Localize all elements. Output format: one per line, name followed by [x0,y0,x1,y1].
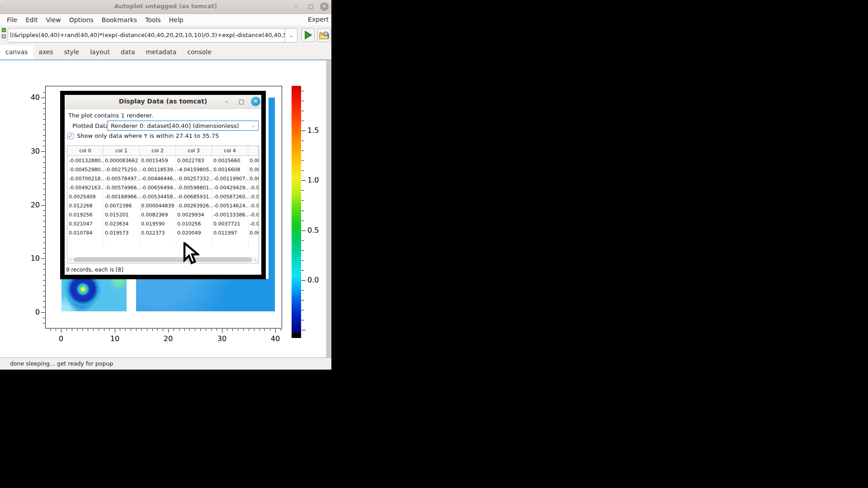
window-titlebar[interactable]: Autoplot untagged (as tomcat) – □ ✕ [0,0,331,14]
table-cell[interactable]: -0.00578497... [104,174,140,183]
menu-options[interactable]: Options [65,16,98,23]
table-cell[interactable]: 0.010784 [67,229,104,238]
dialog-minimize-button[interactable]: – [222,98,231,106]
table-cell[interactable]: 0.00 [248,156,259,165]
column-header[interactable]: col 3 [176,146,212,155]
tab-axes[interactable]: axes [33,45,58,59]
table-cell[interactable]: 0.019256 [67,211,104,220]
plot-go-button[interactable] [301,28,315,42]
menu-file[interactable]: File [3,16,21,23]
table-cell[interactable]: -0.00574966... [104,183,140,192]
table-cell[interactable]: 0.012268 [67,202,104,211]
table-cell[interactable]: 0.0037721 [212,220,248,229]
dialog-titlebar[interactable]: Display Data (as tomcat) – □ ✕ [65,95,261,109]
table-cell[interactable]: -0.00119907... [212,174,248,183]
table-cell[interactable]: 0.0029934 [176,211,212,220]
table-cell[interactable]: -0.00685931... [176,192,212,202]
axis-tick [120,329,120,331]
menu-bookmarks[interactable]: Bookmarks [98,16,141,23]
plotted-data-select[interactable]: Renderer 0: dataset[40,40] (dimensionles… [107,121,259,131]
uri-address-input[interactable]: l)&ripples(40,40)+rand(40,40)*(exp(-dist… [8,28,297,42]
table-cell[interactable]: 0.0022783 [176,156,212,165]
table-cell[interactable]: -0.00446446... [140,174,176,183]
table-cell[interactable]: -4.04159805... [176,165,212,174]
table-cell[interactable]: -0.00257332... [176,174,212,183]
table-cell[interactable]: 0.00 [248,229,259,238]
expert-mode-label[interactable]: Expert [308,16,329,23]
table-cell[interactable]: 0.010256 [176,220,212,229]
table-cell[interactable]: 0.011997 [212,229,248,238]
scrollbar-thumb[interactable] [74,258,252,262]
axis-tick [82,329,83,331]
table-cell[interactable]: 0.019573 [104,229,140,238]
table-cell[interactable]: 0.0072386 [104,202,140,211]
table-cell[interactable]: -0.00492163... [67,183,104,192]
dialog-maximize-button[interactable]: □ [237,98,246,106]
table-cell[interactable]: -0.0 [248,220,259,229]
table-cell[interactable]: -0.00587260... [212,192,248,202]
table-cell[interactable]: 0.019590 [140,220,176,229]
tab-metadata[interactable]: metadata [140,45,182,59]
table-cell[interactable]: 0.022373 [140,229,176,238]
tab-canvas[interactable]: canvas [0,45,33,59]
filter-checkbox[interactable]: ✓ [67,133,74,139]
plotted-data-value: Renderer 0: dataset[40,40] (dimensionles… [111,122,239,129]
tab-style[interactable]: style [59,45,85,59]
tab-data[interactable]: data [115,45,141,59]
table-cell[interactable]: 0.020049 [176,229,212,238]
column-header[interactable]: col 2 [140,146,176,155]
plot-canvas[interactable]: 0102030400102030400.00.51.01.5 Display D… [0,61,331,357]
table-cell[interactable]: 0.00 [248,165,259,174]
window-maximize-button[interactable]: □ [307,2,315,11]
table-cell[interactable]: -0.00534458... [140,192,176,202]
menu-edit[interactable]: Edit [21,16,42,23]
data-table[interactable]: ‹ › col 0col 1col 2col 3col 4-0.00132880… [67,145,259,263]
table-cell[interactable]: 0.0025409 [67,192,104,202]
table-cell[interactable]: 0.015201 [104,211,140,220]
table-cell[interactable]: 0.00 [248,174,259,183]
table-cell[interactable]: -0.00118539... [140,165,176,174]
window-minimize-button[interactable]: – [292,2,300,11]
canvas-scrollbar[interactable] [326,61,331,357]
table-cell[interactable]: -0.00263926... [176,202,212,211]
table-cell[interactable]: 0.000044839 [140,202,176,211]
table-cell[interactable]: -0.00275250... [104,165,140,174]
dialog-close-button[interactable]: ✕ [251,97,260,106]
tab-layout[interactable]: layout [85,45,115,59]
column-header[interactable]: col 4 [212,146,248,155]
column-header[interactable]: col 0 [67,146,104,155]
open-file-button[interactable] [317,28,331,42]
table-cell[interactable]: -0.00514624... [212,202,248,211]
column-header[interactable]: col 1 [104,146,140,155]
chevron-down-icon[interactable]: ⌄ [285,28,297,42]
scroll-left-icon[interactable]: ‹ [68,257,73,263]
table-cell[interactable]: 0.000083662 [104,156,140,165]
table-cell[interactable]: -0.0 [248,211,259,220]
axis-tick-label: 40 [22,93,40,102]
table-cell[interactable]: -0.0 [248,192,259,202]
column-header[interactable] [248,146,259,155]
menu-tools[interactable]: Tools [141,16,165,23]
table-cell[interactable]: -0.00132880... [67,156,104,165]
table-cell[interactable]: -0.00656494... [140,183,176,192]
table-cell[interactable]: 0.021047 [67,220,104,229]
table-cell[interactable]: -0.00133386... [212,211,248,220]
table-cell[interactable]: -0.00598801... [176,183,212,192]
table-cell[interactable]: 0.0082369 [140,211,176,220]
table-cell[interactable]: -0.00452980... [67,165,104,174]
table-cell[interactable]: -0.0 [248,183,259,192]
table-cell[interactable]: -0.0 [248,202,259,211]
window-close-button[interactable]: ✕ [320,2,329,11]
menu-help[interactable]: Help [165,16,188,23]
table-cell[interactable]: -0.00429429... [212,183,248,192]
tab-console[interactable]: console [182,45,217,59]
table-cell[interactable]: 0.0015459 [140,156,176,165]
table-cell[interactable]: -0.00700218... [67,174,104,183]
horizontal-scrollbar[interactable]: ‹ › [68,257,258,263]
scroll-right-icon[interactable]: › [253,257,258,263]
table-cell[interactable]: 0.0025660 [212,156,248,165]
table-cell[interactable]: 0.0016608 [212,165,248,174]
table-cell[interactable]: 0.023634 [104,220,140,229]
table-cell[interactable]: -0.00168966... [104,192,140,202]
menu-view[interactable]: View [42,16,65,23]
